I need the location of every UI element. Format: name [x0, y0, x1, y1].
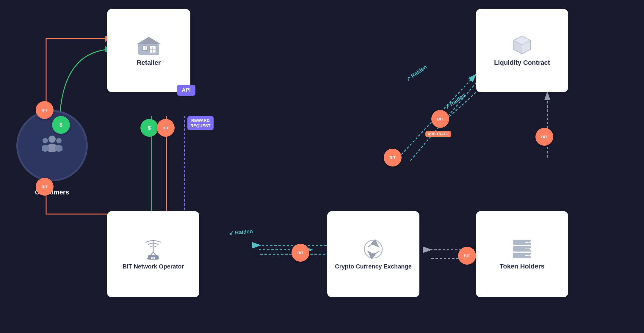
svg-point-11 [56, 138, 62, 143]
crypto-exchange-label: Crypto Currency Exchange [335, 263, 412, 270]
diagram-container: Customers BIT $ BIT ↕ Retailer API $ BI [0, 0, 644, 333]
bit-badge-network-exchange: BIT [292, 244, 309, 262]
bit-badge-exchange-top: BIT [384, 149, 402, 166]
token-holders-icon [510, 238, 534, 259]
raiden-label-mid-right: ↗ Raiden [444, 92, 467, 111]
customers-node [16, 110, 88, 181]
retailer-label: Retailer [137, 59, 161, 67]
network-icon: BIT [141, 239, 165, 260]
retailer-node: ↕ Retailer [107, 9, 190, 92]
token-holders-label: Token Holders [499, 263, 544, 270]
bit-network-label: BIT Network Operator [123, 263, 184, 270]
svg-point-44 [529, 255, 531, 256]
svg-point-38 [529, 241, 531, 243]
customers-icon [42, 135, 62, 157]
dollar-badge-customer: $ [52, 116, 70, 134]
retailer-icon: ↕ [137, 34, 161, 55]
exchange-icon [361, 239, 385, 260]
bit-badge-token-exchange: BIT [458, 247, 476, 265]
token-holders-node: Token Holders [476, 211, 568, 297]
svg-point-28 [364, 240, 382, 258]
svg-text:BIT: BIT [151, 256, 156, 259]
crypto-exchange-node: Crypto Currency Exchange [327, 211, 419, 297]
liquidity-contract-node: Liquidity Contract [476, 9, 568, 92]
svg-text:↕: ↕ [148, 40, 150, 43]
liquidity-icon [510, 34, 534, 55]
dollar-badge-retailer-down: $ [140, 119, 158, 137]
bit-badge-arbitrage: BIT [431, 110, 449, 128]
raiden-label-top-right: ↗ Raiden [405, 64, 428, 83]
bit-badge-customer-top: BIT [36, 101, 54, 119]
bit-badge-token-liquidity: BIT [535, 128, 553, 146]
svg-point-9 [43, 138, 48, 143]
reward-request-badge: REWARDREQUEST [187, 116, 214, 130]
bit-badge-customer-bottom: BIT [36, 178, 54, 196]
liquidity-contract-label: Liquidity Contract [494, 59, 550, 67]
raiden-label-bottom: ↙ Raiden [229, 228, 253, 237]
svg-point-41 [529, 248, 531, 250]
bit-badge-retailer-down: BIT [157, 119, 175, 137]
arbitrage-label: ARBITRAGE [425, 131, 451, 137]
bit-network-node: BIT BIT Network Operator [107, 211, 199, 297]
svg-point-7 [48, 136, 56, 143]
api-badge: API [177, 85, 195, 96]
